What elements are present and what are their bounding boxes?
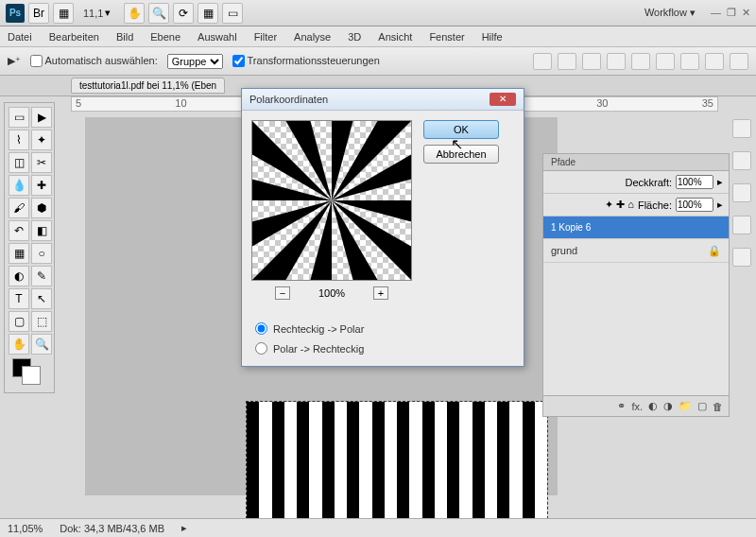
fx-icon[interactable]: fx.: [631, 401, 643, 412]
toolbox: ▭▶ ⌇✦ ◫✂ 💧✚ 🖌⬢ ↶◧ ▦○ ◐✎ T↖ ▢⬚ ✋🔍: [4, 102, 55, 393]
dialog-titlebar[interactable]: Polarkoordinaten ✕: [242, 89, 524, 111]
panel-icon[interactable]: [732, 151, 751, 170]
zoom-tool[interactable]: 🔍: [31, 334, 52, 355]
document-tab[interactable]: testtutoria1l.pdf bei 11,1% (Eben: [71, 78, 225, 94]
move-tool-icon[interactable]: ▶⁺: [8, 55, 21, 67]
pen-tool[interactable]: ✎: [31, 266, 52, 286]
radio-rect-to-polar[interactable]: Rechteckig -> Polar: [255, 322, 510, 335]
layer-item-selected[interactable]: 1 Kopie 6: [543, 217, 729, 239]
restore-icon[interactable]: ❐: [727, 7, 736, 19]
menu-datei[interactable]: Datei: [8, 31, 32, 43]
color-swatches[interactable]: [9, 356, 52, 389]
type-tool[interactable]: T: [9, 288, 29, 309]
fill-input[interactable]: [676, 198, 713, 212]
opacity-label: Deckkraft:: [625, 177, 672, 188]
mask-icon[interactable]: ◐: [648, 400, 658, 412]
wand-tool[interactable]: ✦: [31, 130, 52, 150]
zoom-in-button[interactable]: +: [373, 286, 388, 300]
menu-filter[interactable]: Filter: [254, 31, 277, 43]
crop-tool[interactable]: ◫: [9, 152, 29, 173]
auto-select-dropdown[interactable]: Gruppe: [167, 54, 223, 69]
dodge-tool[interactable]: ◐: [9, 266, 29, 286]
align-icon[interactable]: [730, 53, 748, 70]
statusbar: 11,05% Dok: 34,3 MB/43,6 MB ▸: [0, 518, 756, 537]
menu-ansicht[interactable]: Ansicht: [378, 31, 412, 43]
panel-icon[interactable]: [732, 183, 751, 202]
opacity-input[interactable]: [676, 175, 713, 189]
arrange-icon[interactable]: ▦: [198, 3, 218, 24]
new-icon[interactable]: ▢: [697, 400, 707, 412]
photoshop-app-icon[interactable]: Ps: [6, 4, 25, 23]
dialog-title-text: Polarkoordinaten: [249, 94, 328, 105]
folder-icon[interactable]: 📁: [679, 400, 692, 412]
gradient-tool[interactable]: ▦: [9, 243, 29, 264]
menu-auswahl[interactable]: Auswahl: [198, 31, 237, 43]
panel-icon[interactable]: [732, 216, 751, 234]
zoom-display: 11,1: [83, 8, 103, 19]
dialog-close-icon[interactable]: ✕: [490, 93, 516, 106]
stripes-artwork: [246, 401, 548, 524]
menubar: Datei Bearbeiten Bild Ebene Auswahl Filt…: [0, 26, 756, 47]
align-icon[interactable]: [680, 53, 699, 70]
fill-label: Fläche:: [638, 199, 672, 211]
history-tool[interactable]: ↶: [9, 220, 29, 241]
minimize-icon[interactable]: —: [711, 7, 721, 19]
align-icon[interactable]: [607, 53, 626, 70]
menu-fenster[interactable]: Fenster: [429, 31, 464, 43]
ok-button[interactable]: OK: [423, 120, 499, 139]
zoom-out-button[interactable]: −: [275, 286, 290, 300]
menu-bild[interactable]: Bild: [116, 31, 133, 43]
align-icon[interactable]: [631, 53, 650, 70]
menu-hilfe[interactable]: Hilfe: [482, 31, 503, 43]
status-zoom[interactable]: 11,05%: [8, 523, 43, 534]
workspace-selector[interactable]: Workflow ▾: [637, 3, 703, 23]
filter-preview[interactable]: [251, 120, 412, 281]
panel-icon[interactable]: [732, 119, 751, 138]
cancel-button[interactable]: Abbrechen: [423, 145, 499, 164]
menu-bearbeiten[interactable]: Bearbeiten: [49, 31, 99, 43]
screen-mode-icon[interactable]: ▭: [222, 3, 243, 24]
menu-3d[interactable]: 3D: [348, 31, 361, 43]
menu-analyse[interactable]: Analyse: [294, 31, 331, 43]
adjust-icon[interactable]: ◑: [663, 400, 673, 412]
stamp-tool[interactable]: ⬢: [31, 198, 52, 218]
path-tool[interactable]: ↖: [31, 288, 52, 309]
bridge-button[interactable]: Br: [28, 3, 49, 24]
layer-item[interactable]: grund🔒: [543, 239, 729, 263]
transform-checkbox[interactable]: Transformationssteuerungen: [232, 55, 380, 68]
film-button[interactable]: ▦: [53, 3, 74, 24]
close-icon[interactable]: ✕: [742, 7, 750, 19]
rotate-icon[interactable]: ⟳: [173, 3, 194, 24]
titlebar: Ps Br ▦ 11,1 ▾ ✋ 🔍 ⟳ ▦ ▭ Workflow ▾ — ❐ …: [0, 0, 756, 26]
align-icon[interactable]: [533, 53, 552, 70]
shape-tool[interactable]: ▢: [9, 311, 29, 332]
zoom-tool-icon[interactable]: 🔍: [148, 3, 169, 24]
move-tool[interactable]: ▶: [31, 107, 52, 128]
link-icon[interactable]: ⚭: [617, 400, 626, 412]
radio-polar-to-rect[interactable]: Polar -> Rechteckig: [255, 342, 510, 355]
tab-paths[interactable]: Pfade: [543, 154, 583, 170]
align-icon[interactable]: [558, 53, 576, 70]
align-buttons: [533, 53, 748, 70]
align-icon[interactable]: [582, 53, 601, 70]
3d-tool[interactable]: ⬚: [31, 311, 52, 332]
align-icon[interactable]: [656, 53, 675, 70]
brush-tool[interactable]: 🖌: [9, 198, 29, 218]
heal-tool[interactable]: ✚: [31, 175, 52, 196]
panel-footer: ⚭fx.◐◑📁▢🗑: [543, 395, 729, 416]
menu-ebene[interactable]: Ebene: [150, 31, 180, 43]
layers-panel: Pfade Deckkraft: ▸ ✦ ✚ ⌂ Fläche: ▸ 1 Kop…: [542, 153, 730, 417]
slice-tool[interactable]: ✂: [31, 152, 52, 173]
blur-tool[interactable]: ○: [31, 243, 52, 264]
lasso-tool[interactable]: ⌇: [9, 130, 29, 150]
marquee-tool[interactable]: ▭: [9, 107, 29, 128]
hand-tool[interactable]: ✋: [9, 334, 29, 355]
align-icon[interactable]: [705, 53, 724, 70]
auto-select-checkbox[interactable]: Automatisch auswählen:: [30, 55, 158, 68]
eyedropper-tool[interactable]: 💧: [9, 175, 29, 196]
preview-zoom: 100%: [318, 287, 345, 299]
trash-icon[interactable]: 🗑: [713, 401, 723, 412]
hand-tool-icon[interactable]: ✋: [124, 3, 145, 24]
panel-icon[interactable]: [732, 248, 751, 267]
eraser-tool[interactable]: ◧: [31, 220, 52, 241]
